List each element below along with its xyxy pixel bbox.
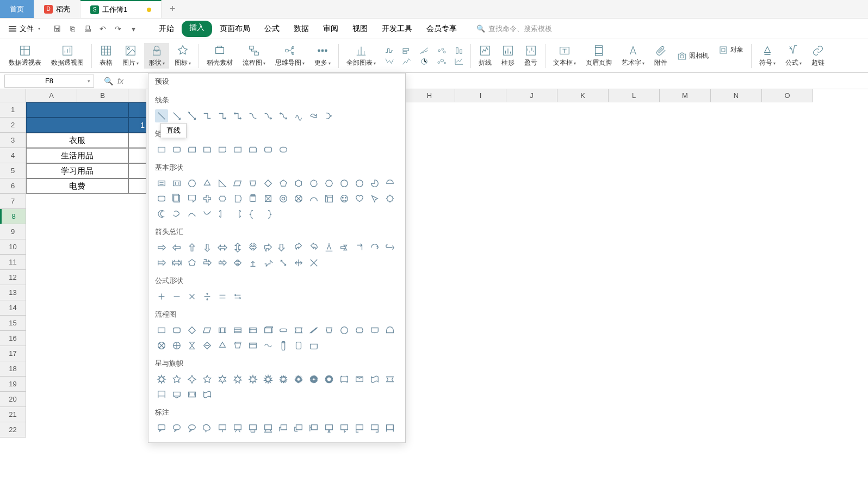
picture-button[interactable]: 图片▾	[118, 43, 143, 69]
shape-option[interactable]	[231, 422, 244, 435]
shape-option[interactable]	[170, 324, 183, 337]
add-tab-button[interactable]: +	[162, 0, 183, 18]
shape-option[interactable]	[201, 143, 214, 156]
cell-reference-box[interactable]: F8	[4, 75, 94, 88]
shape-option[interactable]	[185, 192, 199, 205]
row-header[interactable]: 17	[0, 346, 26, 361]
cell-a6[interactable]: 电费	[26, 178, 128, 194]
cell-a2[interactable]	[26, 118, 128, 133]
shape-option[interactable]	[338, 241, 351, 254]
header-footer-button[interactable]: 页眉页脚	[581, 43, 616, 69]
object-button[interactable]: 对象	[714, 44, 748, 56]
shape-option[interactable]	[307, 109, 320, 122]
shape-option[interactable]	[353, 373, 366, 386]
shape-option[interactable]	[262, 177, 275, 190]
cell-b2-partial[interactable]: 1	[128, 118, 146, 133]
shape-option[interactable]	[170, 256, 183, 269]
shape-option[interactable]	[170, 388, 183, 401]
mini-chart-5[interactable]	[418, 46, 430, 56]
shape-option[interactable]	[292, 109, 305, 122]
shape-option[interactable]	[155, 388, 168, 401]
shape-option[interactable]	[170, 339, 183, 352]
shape-option[interactable]	[353, 192, 366, 205]
equation-button[interactable]: 公式▾	[781, 43, 806, 69]
shape-option[interactable]	[383, 192, 396, 205]
shape-option[interactable]	[307, 256, 320, 269]
shapes-button[interactable]: 形状▾	[144, 43, 169, 69]
shape-option[interactable]	[155, 109, 168, 122]
shape-option[interactable]	[155, 373, 168, 386]
row-header[interactable]: 4	[0, 148, 26, 163]
shape-option[interactable]	[246, 143, 259, 156]
shape-option[interactable]	[277, 373, 290, 386]
shape-option[interactable]	[246, 373, 259, 386]
shape-option[interactable]	[170, 207, 183, 220]
shape-option[interactable]	[231, 109, 244, 122]
material-button[interactable]: 稻壳素材	[202, 43, 237, 69]
shape-option[interactable]	[231, 339, 244, 352]
shape-option[interactable]	[185, 177, 199, 190]
shape-option[interactable]	[216, 373, 229, 386]
shape-option[interactable]	[185, 143, 199, 156]
shape-option[interactable]	[246, 177, 259, 190]
mini-chart-9[interactable]	[453, 46, 465, 56]
row-header[interactable]: 15	[0, 316, 26, 331]
tab-member[interactable]: 会员专享	[420, 21, 463, 37]
shape-option[interactable]	[292, 256, 305, 269]
shape-option[interactable]	[246, 339, 259, 352]
shape-option[interactable]	[292, 339, 305, 352]
col-header[interactable]: M	[660, 89, 711, 102]
row-header[interactable]: 8	[0, 209, 26, 224]
shape-option[interactable]	[368, 177, 381, 190]
fx-icon[interactable]: fx	[117, 77, 123, 85]
shape-option[interactable]	[323, 109, 336, 122]
shape-option[interactable]	[185, 339, 199, 352]
shape-option[interactable]	[323, 241, 336, 254]
shape-option[interactable]	[338, 324, 351, 337]
mini-chart-10[interactable]	[453, 57, 465, 66]
shape-option[interactable]	[307, 339, 320, 352]
shape-option[interactable]	[277, 256, 290, 269]
shape-option[interactable]	[277, 241, 290, 254]
shape-option[interactable]	[262, 324, 275, 337]
shape-option[interactable]	[185, 290, 199, 303]
tab-review[interactable]: 审阅	[317, 21, 345, 37]
mini-chart-7[interactable]	[436, 46, 448, 56]
icons-button[interactable]: 图标▾	[170, 43, 195, 69]
shape-option[interactable]	[262, 256, 275, 269]
sparkline-winloss-button[interactable]: 盈亏	[520, 43, 542, 69]
shape-option[interactable]	[170, 177, 183, 190]
mini-chart-6[interactable]	[418, 57, 430, 66]
row-header[interactable]: 14	[0, 300, 26, 316]
shape-option[interactable]	[383, 373, 396, 386]
mini-chart-3[interactable]	[401, 46, 413, 56]
shape-option[interactable]	[338, 192, 351, 205]
shape-option[interactable]	[216, 192, 229, 205]
shape-option[interactable]	[262, 143, 275, 156]
shape-option[interactable]	[231, 290, 244, 303]
shape-option[interactable]	[262, 241, 275, 254]
shape-option[interactable]	[323, 192, 336, 205]
shape-option[interactable]	[185, 256, 199, 269]
col-header[interactable]: I	[455, 89, 506, 102]
shape-option[interactable]	[307, 324, 320, 337]
shape-option[interactable]	[277, 339, 290, 352]
shape-option[interactable]	[155, 143, 168, 156]
col-header[interactable]: O	[762, 89, 813, 102]
shape-option[interactable]	[185, 422, 199, 435]
cell-b5-partial[interactable]	[128, 163, 146, 178]
shape-option[interactable]	[170, 373, 183, 386]
cell-b3-partial[interactable]	[128, 133, 146, 148]
tab-view[interactable]: 视图	[346, 21, 374, 37]
shape-option[interactable]	[338, 177, 351, 190]
row-header[interactable]: 16	[0, 331, 26, 346]
shape-option[interactable]	[246, 192, 259, 205]
shape-option[interactable]	[353, 177, 366, 190]
shape-option[interactable]	[216, 290, 229, 303]
cell-a4[interactable]: 生活用品	[26, 148, 128, 163]
zoom-icon[interactable]: 🔍	[104, 77, 113, 85]
shape-option[interactable]	[216, 324, 229, 337]
shape-option[interactable]	[155, 207, 168, 220]
row-header[interactable]: 12	[0, 270, 26, 285]
symbol-button[interactable]: 符号▾	[755, 43, 780, 69]
